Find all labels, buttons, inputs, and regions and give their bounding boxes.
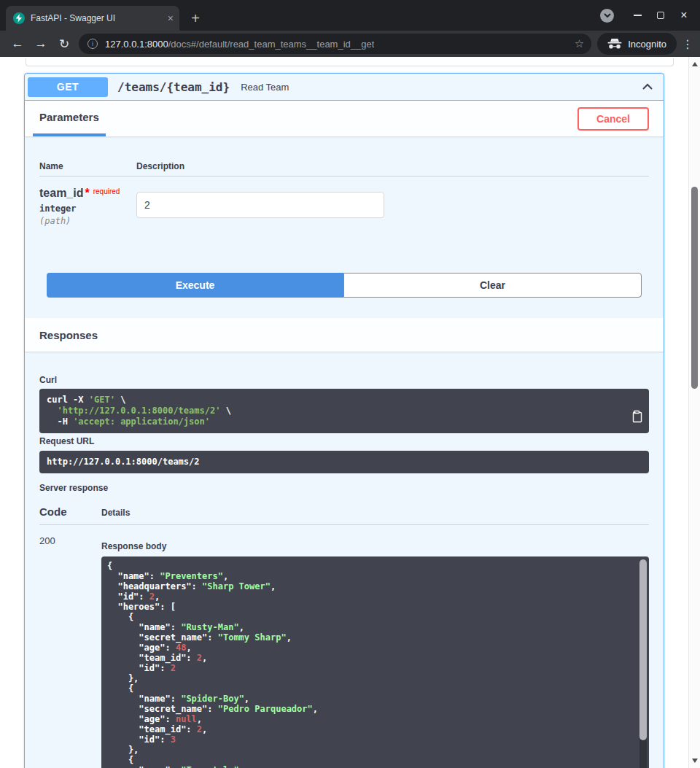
- window-controls: ×: [600, 0, 696, 31]
- window-maximize-button[interactable]: [649, 4, 672, 27]
- code-line: {: [107, 612, 631, 622]
- curl-command-block: curl -X 'GET' \ 'http://127.0.0.1:8000/t…: [39, 389, 649, 433]
- incognito-label: Incognito: [628, 39, 666, 50]
- code-line: "id": 2,: [107, 591, 631, 602]
- request-url-value: http://127.0.0.1:8000/teams/2: [47, 457, 200, 467]
- browser-toolbar: ← → ↻ i 127.0.0.1:8000/docs#/default/rea…: [0, 31, 700, 57]
- parameter-value-cell: [136, 187, 649, 226]
- bookmark-star-icon[interactable]: ☆: [575, 37, 584, 50]
- column-name-label: Name: [39, 161, 136, 171]
- code-line: {: [107, 755, 631, 765]
- parameter-location: (path): [39, 216, 136, 226]
- team-id-input[interactable]: [136, 192, 384, 218]
- url-bar[interactable]: i 127.0.0.1:8000/docs#/default/read_team…: [79, 34, 591, 54]
- previous-block-edge: [26, 58, 674, 66]
- code-line: "name": "Rusty-Man",: [107, 622, 631, 632]
- reload-button[interactable]: ↻: [54, 34, 74, 54]
- url-text: 127.0.0.1:8000/docs#/default/read_team_t…: [105, 39, 374, 50]
- code-line: "name": "Preventers",: [107, 571, 631, 581]
- responses-title: Responses: [39, 329, 98, 341]
- parameters-title: Parameters: [39, 111, 99, 123]
- details-column-label: Details: [101, 508, 649, 518]
- parameter-meta: team_id*required integer (path): [39, 187, 136, 226]
- page-scrollbar[interactable]: [688, 57, 700, 768]
- parameters-table-header: Name Description: [39, 161, 649, 177]
- execute-button[interactable]: Execute: [47, 273, 343, 298]
- parameter-row: team_id*required integer (path): [39, 177, 649, 226]
- new-tab-button[interactable]: +: [185, 8, 206, 28]
- window-close-button[interactable]: ×: [672, 4, 696, 27]
- page-scrollbar-thumb[interactable]: [691, 187, 698, 389]
- curl-command: curl -X 'GET' \ 'http://127.0.0.1:8000/t…: [47, 395, 620, 427]
- request-url-block: http://127.0.0.1:8000/teams/2: [39, 451, 649, 473]
- opblock-get: GET /teams/{team_id} Read Team Parameter…: [24, 73, 664, 768]
- code-line: },: [107, 673, 631, 683]
- incognito-badge: Incognito: [597, 33, 677, 55]
- code-line: "secret_name": "Pedro Parqueador",: [107, 704, 631, 714]
- browser-menu-button[interactable]: ⋮: [681, 37, 694, 51]
- code-line: "id": 2: [107, 663, 631, 673]
- incognito-icon: [607, 39, 622, 49]
- cancel-button[interactable]: Cancel: [578, 107, 649, 131]
- code-line: "id": 3: [107, 734, 631, 745]
- response-row: 200 Response body { "name": "Preventers"…: [39, 525, 649, 768]
- responses-body: Curl curl -X 'GET' \ 'http://127.0.0.1:8…: [25, 352, 664, 768]
- code-line: {: [107, 561, 631, 571]
- url-path: /docs#/default/read_team_teams__team_id_…: [168, 39, 375, 50]
- http-method-badge: GET: [28, 77, 108, 97]
- fastapi-favicon-icon: [13, 12, 25, 24]
- opblock-summary[interactable]: GET /teams/{team_id} Read Team: [25, 74, 664, 101]
- code-line: -H 'accept: application/json': [47, 416, 620, 427]
- server-response-label: Server response: [39, 483, 649, 493]
- swagger-page: GET /teams/{team_id} Read Team Parameter…: [0, 57, 700, 768]
- chevron-down-icon: [604, 13, 611, 18]
- tab-title: FastAPI - Swagger UI: [31, 13, 163, 23]
- collapse-chevron-icon[interactable]: [642, 83, 653, 90]
- code-line: "age": 48,: [107, 643, 631, 653]
- response-table-header: Code Details: [39, 505, 649, 525]
- code-line: "heroes": [: [107, 602, 631, 612]
- scrollbar-thumb[interactable]: [639, 559, 647, 740]
- response-body-label: Response body: [101, 525, 649, 551]
- parameters-area: Name Description team_id*required intege…: [25, 136, 664, 318]
- response-body-json: { "name": "Preventers", "headquarters": …: [107, 561, 631, 768]
- forward-button[interactable]: →: [31, 34, 51, 54]
- code-line: "team_id": 2,: [107, 653, 631, 663]
- copy-icon[interactable]: [630, 410, 643, 423]
- tab-strip: FastAPI - Swagger UI × + ×: [0, 0, 700, 31]
- url-host: 127.0.0.1:8000: [105, 39, 168, 50]
- scroll-down-arrow[interactable]: [692, 759, 698, 763]
- code-line: 'http://127.0.0.1:8000/teams/2' \: [47, 406, 620, 416]
- code-line: {: [107, 683, 631, 694]
- response-body-block: { "name": "Preventers", "headquarters": …: [101, 556, 649, 768]
- response-body-scrollbar[interactable]: [639, 559, 647, 768]
- scroll-up-arrow[interactable]: [692, 62, 698, 66]
- browser-window: FastAPI - Swagger UI × + × ← → ↻ i 127.0…: [0, 0, 700, 768]
- code-column-label: Code: [39, 505, 101, 518]
- execute-button-group: Execute Clear: [47, 273, 642, 298]
- close-icon: ×: [680, 9, 687, 21]
- responses-header: Responses: [25, 318, 664, 352]
- request-url-label: Request URL: [39, 436, 649, 446]
- window-minimize-button[interactable]: [626, 4, 649, 27]
- code-line: },: [107, 745, 631, 755]
- minimize-icon: [634, 15, 642, 16]
- endpoint-path: /teams/{team_id}: [117, 80, 230, 94]
- back-button[interactable]: ←: [7, 34, 28, 54]
- code-line: curl -X 'GET' \: [47, 395, 620, 406]
- tab-parameters[interactable]: Parameters: [33, 101, 106, 136]
- code-line: "team_id": 2,: [107, 724, 631, 734]
- site-info-icon[interactable]: i: [88, 39, 98, 49]
- parameters-header: Parameters Cancel: [25, 101, 664, 136]
- status-code: 200: [39, 525, 101, 768]
- curl-label: Curl: [39, 375, 649, 385]
- tab-search-button[interactable]: [600, 9, 614, 23]
- tab-close-icon[interactable]: ×: [168, 13, 174, 23]
- browser-tab[interactable]: FastAPI - Swagger UI ×: [6, 6, 179, 31]
- parameter-type: integer: [39, 203, 136, 214]
- column-description-label: Description: [136, 161, 649, 171]
- clear-button[interactable]: Clear: [343, 273, 642, 298]
- code-line: "headquarters": "Sharp Tower",: [107, 581, 631, 591]
- maximize-icon: [657, 12, 664, 19]
- required-label: required: [93, 187, 120, 195]
